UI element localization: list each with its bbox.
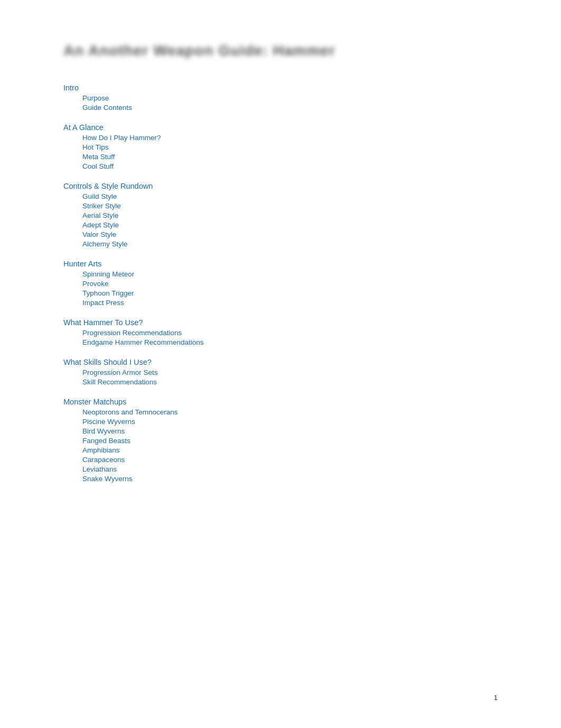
page: An Another Weapon Guide: Hammer IntroPur… [0, 0, 561, 728]
toc-link-aerial-style[interactable]: Aerial Style [82, 211, 498, 219]
toc-link-intro[interactable]: Intro [63, 84, 498, 92]
toc-section-what-hammer-to-use: What Hammer To Use?Progression Recommend… [63, 318, 498, 346]
toc-link-meta-stuff[interactable]: Meta Stuff [82, 153, 498, 161]
toc-link-piscine-wyverns[interactable]: Piscine Wyverns [82, 418, 498, 426]
toc-link-alchemy-style[interactable]: Alchemy Style [82, 240, 498, 248]
toc-link-adept-style[interactable]: Adept Style [82, 221, 498, 229]
page-title: An Another Weapon Guide: Hammer [63, 42, 335, 59]
toc-link-what-hammer-to-use[interactable]: What Hammer To Use? [63, 318, 498, 327]
toc-link-progression-armor-sets[interactable]: Progression Armor Sets [82, 368, 498, 376]
toc-link-provoke[interactable]: Provoke [82, 280, 498, 288]
toc-link-fanged-beasts[interactable]: Fanged Beasts [82, 437, 498, 445]
title-area: An Another Weapon Guide: Hammer [63, 42, 498, 69]
toc-link-how-do-i-play-hammer[interactable]: How Do I Play Hammer? [82, 134, 498, 142]
toc-link-valor-style[interactable]: Valor Style [82, 231, 498, 238]
toc-link-endgame-hammer-recommendations[interactable]: Endgame Hammer Recommendations [82, 338, 498, 346]
toc-section-controls-style-rundown: Controls & Style RundownGuild StyleStrik… [63, 182, 498, 248]
toc-link-bird-wyverns[interactable]: Bird Wyverns [82, 427, 498, 435]
toc-link-monster-matchups[interactable]: Monster Matchups [63, 398, 498, 406]
toc-link-neoptorons-and-temnocerans[interactable]: Neoptorons and Temnocerans [82, 408, 498, 416]
table-of-contents: IntroPurposeGuide ContentsAt A GlanceHow… [63, 84, 498, 483]
toc-link-skill-recommendations[interactable]: Skill Recommendations [82, 378, 498, 386]
toc-link-snake-wyverns[interactable]: Snake Wyverns [82, 475, 498, 483]
toc-link-carapaceons[interactable]: Carapaceons [82, 456, 498, 464]
page-number: 1 [494, 694, 498, 702]
toc-link-at-a-glance[interactable]: At A Glance [63, 123, 498, 132]
toc-section-hunter-arts: Hunter ArtsSpinning MeteorProvokeTyphoon… [63, 260, 498, 307]
toc-section-monster-matchups: Monster MatchupsNeoptorons and Temnocera… [63, 398, 498, 483]
toc-section-what-skills-should-i-use: What Skills Should I Use?Progression Arm… [63, 358, 498, 386]
toc-link-hunter-arts[interactable]: Hunter Arts [63, 260, 498, 268]
toc-link-impact-press[interactable]: Impact Press [82, 299, 498, 307]
toc-link-striker-style[interactable]: Striker Style [82, 202, 498, 210]
toc-link-hot-tips[interactable]: Hot Tips [82, 143, 498, 151]
toc-section-at-a-glance: At A GlanceHow Do I Play Hammer?Hot Tips… [63, 123, 498, 170]
toc-link-progression-recommendations[interactable]: Progression Recommendations [82, 329, 498, 337]
toc-link-cool-stuff[interactable]: Cool Stuff [82, 162, 498, 170]
toc-link-spinning-meteor[interactable]: Spinning Meteor [82, 270, 498, 278]
toc-link-leviathans[interactable]: Leviathans [82, 465, 498, 473]
toc-link-controls-style-rundown[interactable]: Controls & Style Rundown [63, 182, 498, 190]
toc-link-amphibians[interactable]: Amphibians [82, 446, 498, 454]
toc-link-guide-contents[interactable]: Guide Contents [82, 104, 498, 112]
toc-link-guild-style[interactable]: Guild Style [82, 192, 498, 200]
toc-link-purpose[interactable]: Purpose [82, 94, 498, 102]
toc-link-typhoon-trigger[interactable]: Typhoon Trigger [82, 289, 498, 297]
toc-link-what-skills-should-i-use[interactable]: What Skills Should I Use? [63, 358, 498, 366]
toc-section-intro: IntroPurposeGuide Contents [63, 84, 498, 112]
